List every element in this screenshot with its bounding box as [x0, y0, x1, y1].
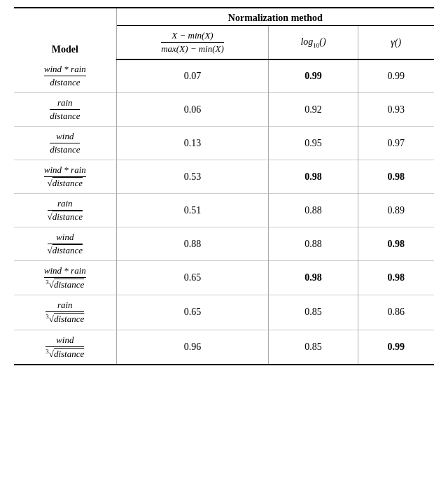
log-value: 0.88 [269, 227, 358, 261]
table-row: wind3√distance0.960.850.99 [14, 330, 434, 365]
minmax-value: 0.88 [116, 227, 269, 261]
gamma-value: 0.89 [358, 194, 434, 227]
log-value: 0.92 [269, 93, 358, 127]
gamma-value: 0.97 [358, 127, 434, 160]
model-cell: raindistance [14, 93, 116, 127]
log-value: 0.98 [269, 261, 358, 295]
statistics-table: Model Normalization method X − min(X) ma… [14, 7, 434, 365]
minmax-value: 0.65 [116, 261, 269, 295]
model-cell: wind * rain3√distance [14, 261, 116, 295]
header-row-main: Model Normalization method [14, 8, 434, 26]
model-column-header: Model [14, 8, 116, 59]
gamma-value: 0.86 [358, 295, 434, 330]
minmax-value: 0.65 [116, 295, 269, 330]
gamma-value: 0.98 [358, 227, 434, 261]
model-cell: rain√distance [14, 194, 116, 227]
minmax-value: 0.06 [116, 93, 269, 127]
table-row: wind * rain√distance0.530.980.98 [14, 160, 434, 194]
model-cell: wind * raindistance [14, 59, 116, 93]
log-value: 0.98 [269, 160, 358, 194]
model-cell: rain3√distance [14, 295, 116, 330]
minmax-value: 0.51 [116, 194, 269, 227]
col-minmax-header: X − min(X) max(X) − min(X) [116, 26, 269, 60]
log-value: 0.88 [269, 194, 358, 227]
log-value: 0.95 [269, 127, 358, 160]
table-row: wind * rain3√distance0.650.980.98 [14, 261, 434, 295]
minmax-value: 0.07 [116, 59, 269, 93]
gamma-value: 0.98 [358, 160, 434, 194]
model-cell: wind * rain√distance [14, 160, 116, 194]
gamma-value: 0.98 [358, 261, 434, 295]
model-cell: wind√distance [14, 227, 116, 261]
log-value: 0.85 [269, 295, 358, 330]
model-cell: wind3√distance [14, 330, 116, 365]
table-row: raindistance0.060.920.93 [14, 93, 434, 127]
minmax-value: 0.96 [116, 330, 269, 365]
table-row: wind√distance0.880.880.98 [14, 227, 434, 261]
table-row: winddistance0.130.950.97 [14, 127, 434, 160]
minmax-value: 0.53 [116, 160, 269, 194]
normalization-header: Normalization method [116, 8, 434, 26]
table-row: wind * raindistance0.070.990.99 [14, 59, 434, 93]
gamma-value: 0.99 [358, 330, 434, 365]
log-value: 0.99 [269, 59, 358, 93]
gamma-value: 0.99 [358, 59, 434, 93]
table-row: rain√distance0.510.880.89 [14, 194, 434, 227]
table-row: rain3√distance0.650.850.86 [14, 295, 434, 330]
log-value: 0.85 [269, 330, 358, 365]
gamma-value: 0.93 [358, 93, 434, 127]
col-log-header: log10() [269, 26, 358, 60]
col-gamma-header: γ() [358, 26, 434, 60]
minmax-value: 0.13 [116, 127, 269, 160]
model-cell: winddistance [14, 127, 116, 160]
